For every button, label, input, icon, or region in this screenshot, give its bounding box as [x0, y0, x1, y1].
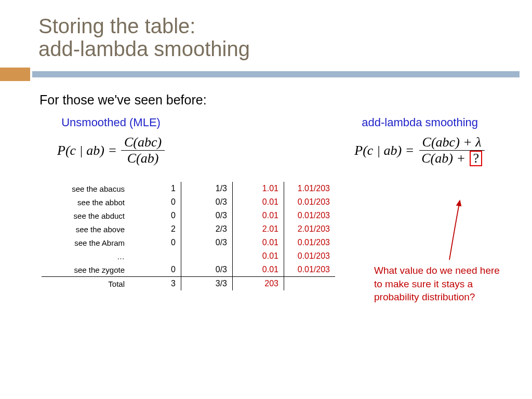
- mle-cell: 2/3: [181, 222, 233, 236]
- add-lambda-header: add-lambda smoothing: [354, 116, 485, 129]
- fraction: C(abc) C(ab): [121, 135, 165, 166]
- phrase-cell: see the abduct: [42, 209, 130, 222]
- phrase-cell: see the Abram: [42, 236, 130, 249]
- unsmoothed-column: Unsmoothed (MLE) P(c | ab) = C(abc) C(ab…: [57, 116, 165, 166]
- divider-bar: [32, 71, 520, 77]
- al-count-cell: 2.01: [233, 222, 284, 236]
- callout-text: What value do we need here to make sure …: [374, 264, 509, 304]
- al-count-cell: 1.01: [233, 182, 284, 195]
- formula-row: Unsmoothed (MLE) P(c | ab) = C(abc) C(ab…: [57, 116, 485, 166]
- phrase-cell: see the zygote: [42, 263, 130, 277]
- table-row: see the abbot00/30.010.01/203: [42, 195, 335, 209]
- al-prob-cell: 0.01/203: [284, 249, 336, 263]
- fraction: C(abc) + λ C(ab) + ?: [418, 135, 485, 166]
- al-count-cell: 203: [233, 277, 284, 291]
- lambda-symbol: λ: [475, 135, 481, 150]
- slide-title: Storing the table: add-lambda smoothing: [38, 15, 532, 60]
- al-prob-cell: 0.01/203: [284, 209, 336, 222]
- al-count-cell: 0.01: [233, 236, 284, 249]
- table-row: see the above22/32.012.01/203: [42, 222, 335, 236]
- unsmoothed-header: Unsmoothed (MLE): [57, 116, 165, 129]
- count-cell: [130, 249, 181, 263]
- count-cell: 0: [130, 263, 181, 277]
- formula-lhs: P(c | ab) =: [57, 143, 117, 158]
- title-line-1: Storing the table:: [38, 15, 195, 37]
- table-row: see the zygote00/30.010.01/203: [42, 263, 335, 277]
- al-prob-cell: 0.01/203: [284, 263, 336, 277]
- al-count-cell: 0.01: [233, 209, 284, 222]
- phrase-cell: see the abacus: [42, 182, 130, 195]
- table-total-row: Total33/3203: [42, 277, 335, 291]
- al-prob-cell: 0.01/203: [284, 195, 336, 209]
- title-line-2: add-lambda smoothing: [38, 37, 250, 60]
- mle-cell: 3/3: [181, 277, 233, 291]
- table-row: …0.010.01/203: [42, 249, 335, 263]
- numerator: C(abc) + λ: [419, 135, 485, 151]
- add-lambda-formula: P(c | ab) = C(abc) + λ C(ab) + ?: [354, 135, 485, 166]
- count-cell: 3: [130, 277, 181, 291]
- mle-cell: 0/3: [181, 236, 233, 249]
- mle-cell: [181, 249, 233, 263]
- mle-cell: 0/3: [181, 195, 233, 209]
- subtitle: For those we've seen before:: [39, 92, 532, 108]
- phrase-cell: see the abbot: [42, 195, 130, 209]
- table-row: see the abduct00/30.010.01/203: [42, 209, 335, 222]
- count-cell: 0: [130, 195, 181, 209]
- title-underline: [0, 68, 532, 81]
- al-count-cell: 0.01: [233, 263, 284, 277]
- mle-cell: 0/3: [181, 209, 233, 222]
- al-prob-cell: 2.01/203: [284, 222, 336, 236]
- formula-lhs: P(c | ab) =: [354, 143, 414, 158]
- table-row: see the Abram00/30.010.01/203: [42, 236, 335, 249]
- al-count-cell: 0.01: [233, 195, 284, 209]
- al-prob-cell: 1.01/203: [284, 182, 336, 195]
- al-prob-cell: 0.01/203: [284, 236, 336, 249]
- table-row: see the abacus11/31.011.01/203: [42, 182, 335, 195]
- mle-cell: 0/3: [181, 263, 233, 277]
- unknown-box: ?: [470, 151, 482, 166]
- count-cell: 2: [130, 222, 181, 236]
- mle-cell: 1/3: [181, 182, 233, 195]
- add-lambda-column: add-lambda smoothing P(c | ab) = C(abc) …: [354, 116, 485, 166]
- phrase-cell: …: [42, 249, 130, 263]
- al-count-cell: 0.01: [233, 249, 284, 263]
- denominator: C(ab) + ?: [418, 151, 485, 166]
- al-prob-cell: [284, 277, 336, 291]
- count-cell: 0: [130, 236, 181, 249]
- phrase-cell: see the above: [42, 222, 130, 236]
- unsmoothed-formula: P(c | ab) = C(abc) C(ab): [57, 135, 165, 166]
- denominator: C(ab): [124, 151, 162, 166]
- phrase-cell: Total: [42, 277, 130, 291]
- count-cell: 1: [130, 182, 181, 195]
- numerator: C(abc): [121, 135, 165, 151]
- accent-box: [0, 68, 30, 81]
- count-cell: 0: [130, 209, 181, 222]
